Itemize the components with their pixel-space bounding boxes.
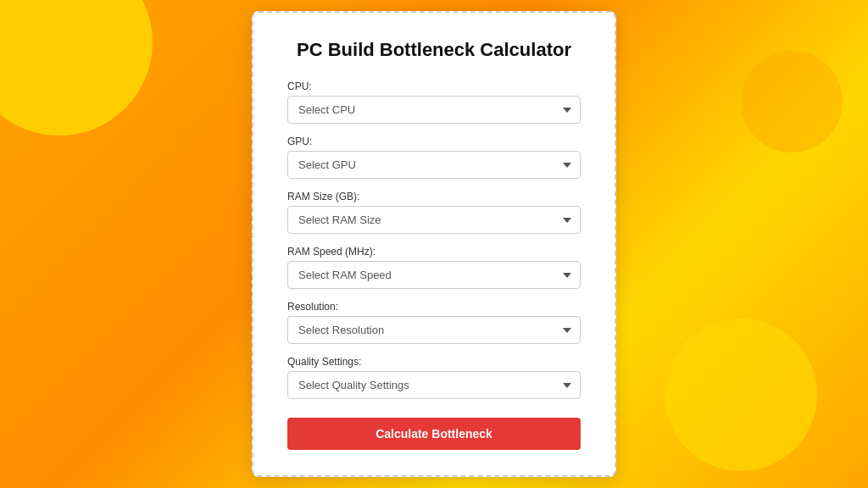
- resolution-group: Resolution: Select Resolution: [287, 301, 581, 344]
- background-blob-2: [665, 319, 817, 471]
- quality-select[interactable]: Select Quality Settings: [287, 371, 581, 399]
- cpu-label: CPU:: [287, 80, 581, 92]
- gpu-group: GPU: Select GPU: [287, 136, 581, 179]
- gpu-select[interactable]: Select GPU: [287, 151, 581, 179]
- background-blob-1: [0, 0, 153, 136]
- ram-size-select[interactable]: Select RAM Size: [287, 206, 581, 234]
- ram-size-label: RAM Size (GB):: [287, 191, 581, 202]
- resolution-label: Resolution:: [287, 301, 581, 313]
- quality-group: Quality Settings: Select Quality Setting…: [287, 356, 581, 399]
- gpu-label: GPU:: [287, 136, 581, 147]
- calculate-button[interactable]: Calculate Bottleneck: [287, 418, 581, 450]
- page-title: PC Build Bottleneck Calculator: [287, 38, 581, 63]
- resolution-select[interactable]: Select Resolution: [287, 316, 581, 344]
- ram-size-group: RAM Size (GB): Select RAM Size: [287, 191, 581, 234]
- ram-speed-label: RAM Speed (MHz):: [287, 246, 581, 258]
- calculator-card: PC Build Bottleneck Calculator CPU: Sele…: [252, 11, 616, 478]
- cpu-group: CPU: Select CPU: [287, 80, 581, 124]
- quality-label: Quality Settings:: [287, 356, 581, 368]
- ram-speed-select[interactable]: Select RAM Speed: [287, 261, 581, 289]
- cpu-select[interactable]: Select CPU: [287, 96, 581, 124]
- background-blob-3: [741, 51, 843, 152]
- ram-speed-group: RAM Speed (MHz): Select RAM Speed: [287, 246, 581, 289]
